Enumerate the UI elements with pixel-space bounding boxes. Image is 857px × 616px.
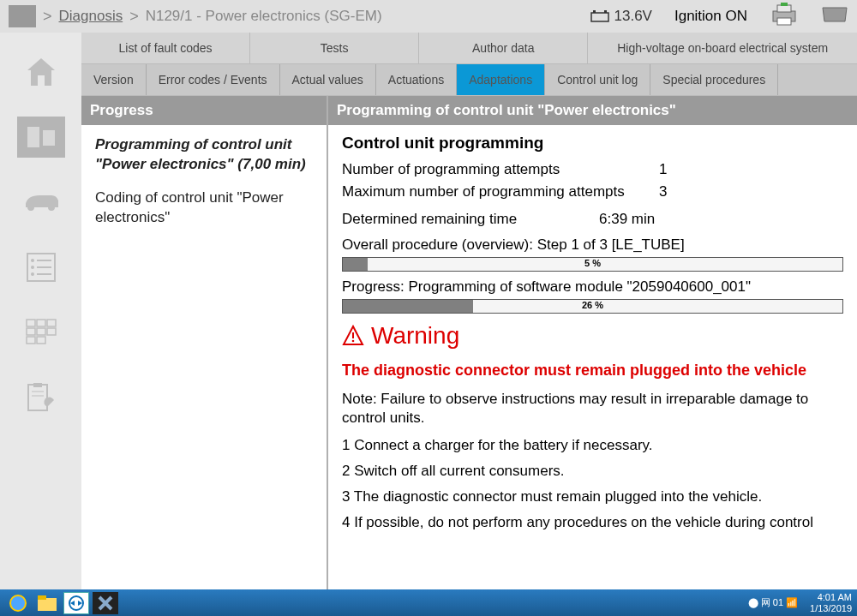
taskbar-clock[interactable]: 4:01 AM 1/13/2019 bbox=[810, 592, 852, 613]
tray-icons[interactable]: ⬤ 网 01 📶 bbox=[748, 596, 798, 609]
overview-progress-fill bbox=[343, 258, 368, 271]
svg-rect-18 bbox=[47, 320, 56, 326]
svg-rect-2 bbox=[604, 10, 607, 13]
remaining-label: Determined remaining time bbox=[342, 211, 599, 228]
svg-rect-16 bbox=[27, 320, 35, 326]
svg-rect-31 bbox=[38, 598, 57, 611]
tabs-primary: List of fault codes Tests Author data Hi… bbox=[81, 33, 857, 64]
tab-version[interactable]: Version bbox=[81, 64, 147, 95]
ignition-status: Ignition ON bbox=[674, 8, 747, 25]
svg-rect-0 bbox=[591, 13, 608, 21]
taskbar-explorer[interactable] bbox=[34, 592, 60, 614]
svg-rect-17 bbox=[37, 320, 45, 326]
tab-actual-values[interactable]: Actual values bbox=[280, 64, 376, 95]
printer-icon[interactable] bbox=[770, 3, 799, 30]
max-attempts-label: Maximum number of programming attempts bbox=[342, 183, 659, 200]
section-title: Control unit programming bbox=[342, 134, 843, 153]
module-progressbar: 26 % bbox=[342, 299, 843, 314]
svg-rect-1 bbox=[593, 10, 596, 13]
warning-note: Note: Failure to observe instructions ma… bbox=[342, 390, 843, 428]
battery-voltage: 13.6V bbox=[590, 8, 652, 25]
step-2: 2 Switch off all current consumers. bbox=[342, 462, 843, 481]
save-icon[interactable] bbox=[821, 4, 848, 28]
breadcrumb-sep: > bbox=[43, 8, 52, 26]
svg-point-30 bbox=[10, 595, 26, 611]
svg-rect-32 bbox=[38, 595, 46, 600]
svg-point-12 bbox=[31, 266, 34, 269]
tab-hv-system[interactable]: High-voltage on-board electrical system bbox=[588, 33, 857, 63]
rail-list[interactable] bbox=[17, 247, 65, 288]
detail-header: Programming of control unit "Power elect… bbox=[328, 96, 857, 125]
svg-rect-5 bbox=[781, 3, 788, 6]
progress-panel: Progress Programming of control unit "Po… bbox=[81, 96, 328, 589]
detail-panel: Programming of control unit "Power elect… bbox=[328, 96, 857, 589]
battery-icon bbox=[590, 10, 609, 22]
breadcrumb-diagnosis[interactable]: Diagnosis bbox=[59, 8, 123, 25]
overview-text: Overall procedure (overview): Step 1 of … bbox=[342, 236, 843, 254]
rail-modules[interactable] bbox=[17, 312, 65, 353]
svg-point-29 bbox=[352, 340, 355, 343]
svg-rect-24 bbox=[28, 385, 47, 410]
max-attempts-value: 3 bbox=[659, 183, 667, 200]
warning-title: Warning bbox=[371, 322, 459, 350]
voltage-value: 13.6V bbox=[614, 8, 652, 25]
overview-progressbar: 5 % bbox=[342, 257, 843, 272]
warning-heading: Warning bbox=[342, 322, 843, 350]
tab-fault-codes[interactable]: List of fault codes bbox=[81, 33, 250, 63]
module-progress-pct: 26 % bbox=[582, 300, 603, 310]
topbar: > Diagnosis > N129/1 - Power electronics… bbox=[0, 0, 857, 33]
rail-tools[interactable] bbox=[17, 377, 65, 418]
tab-special-procedures[interactable]: Special procedures bbox=[650, 64, 778, 95]
progress-item-coding[interactable]: Coding of control unit "Power electronic… bbox=[95, 188, 313, 228]
svg-point-10 bbox=[31, 259, 34, 262]
tab-control-unit-log[interactable]: Control unit log bbox=[545, 64, 650, 95]
overview-progress-pct: 5 % bbox=[584, 258, 601, 268]
taskbar-ie[interactable] bbox=[5, 592, 31, 614]
tab-actuations[interactable]: Actuations bbox=[376, 64, 457, 95]
left-nav-rail bbox=[0, 33, 81, 589]
warning-icon bbox=[342, 325, 364, 347]
rail-ecu[interactable] bbox=[17, 117, 65, 158]
step-3: 3 The diagnostic connector must remain p… bbox=[342, 487, 843, 506]
tab-author-data[interactable]: Author data bbox=[419, 33, 588, 63]
svg-rect-19 bbox=[27, 328, 35, 335]
step-1: 1 Connect a charger for the battery if n… bbox=[342, 436, 843, 455]
list-icon bbox=[26, 252, 57, 283]
progress-header: Progress bbox=[81, 96, 327, 125]
app-icon[interactable] bbox=[9, 5, 36, 27]
svg-rect-7 bbox=[27, 127, 39, 147]
grid-icon bbox=[25, 318, 57, 347]
rail-vehicle[interactable] bbox=[17, 182, 65, 223]
progress-item-programming[interactable]: Programming of control unit "Power elect… bbox=[95, 135, 313, 175]
attempts-value: 1 bbox=[659, 161, 667, 178]
svg-rect-22 bbox=[27, 337, 35, 344]
breadcrumb-sep: > bbox=[129, 8, 139, 26]
svg-rect-20 bbox=[37, 328, 45, 335]
module-progress-fill bbox=[343, 300, 473, 313]
svg-rect-23 bbox=[37, 337, 45, 344]
windows-taskbar[interactable]: ⬤ 网 01 📶 4:01 AM 1/13/2019 bbox=[0, 589, 857, 616]
breadcrumb-current: N129/1 - Power electronics (SG-EM) bbox=[146, 8, 382, 25]
taskbar-teamviewer[interactable] bbox=[63, 592, 89, 614]
svg-rect-8 bbox=[43, 130, 55, 146]
svg-rect-4 bbox=[777, 5, 791, 12]
rail-home[interactable] bbox=[17, 51, 65, 93]
taskbar-xentry[interactable] bbox=[93, 592, 118, 614]
svg-rect-25 bbox=[33, 383, 42, 387]
svg-rect-6 bbox=[777, 18, 791, 25]
tab-adaptations[interactable]: Adaptations bbox=[457, 64, 545, 95]
clipboard-wrench-icon bbox=[25, 381, 57, 414]
svg-point-14 bbox=[31, 272, 34, 276]
attempts-label: Number of programming attempts bbox=[342, 161, 659, 178]
warning-subtitle: The diagnostic connector must remain plu… bbox=[342, 362, 843, 380]
remaining-value: 6:39 min bbox=[599, 211, 655, 228]
taskbar-date: 1/13/2019 bbox=[810, 603, 852, 613]
tab-error-codes[interactable]: Error codes / Events bbox=[147, 64, 280, 95]
system-tray[interactable]: ⬤ 网 01 📶 4:01 AM 1/13/2019 bbox=[748, 592, 852, 613]
tabs-secondary: Version Error codes / Events Actual valu… bbox=[81, 64, 857, 96]
car-icon bbox=[22, 190, 60, 214]
tab-tests[interactable]: Tests bbox=[250, 33, 419, 63]
step-4: 4 If possible, do not perform any proced… bbox=[342, 513, 843, 532]
home-icon bbox=[24, 57, 58, 87]
taskbar-time: 4:01 AM bbox=[810, 592, 852, 602]
